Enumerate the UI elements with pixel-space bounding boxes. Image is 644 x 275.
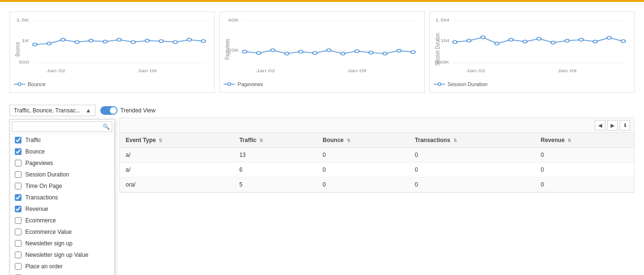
cell-traffic: 6 (234, 163, 317, 177)
svg-point-41 (411, 51, 416, 54)
checkbox-ecommerce[interactable] (15, 217, 21, 224)
toggle-thumb (110, 107, 117, 114)
svg-point-45 (228, 83, 231, 86)
checkbox-revenue[interactable] (15, 206, 21, 212)
col-transactions[interactable]: Transactions ⇅ (409, 133, 535, 148)
toggle-label: Trended View (120, 107, 155, 114)
cell-revenue: 0 (535, 148, 634, 163)
prev-icon: ◀ (598, 122, 602, 129)
metric-selector[interactable]: Traffic, Bounce, Transac... ▲ (10, 105, 96, 116)
dropdown-item-traffic[interactable]: Traffic (10, 134, 114, 146)
checkbox-time-on-page[interactable] (15, 183, 21, 189)
dropdown-item-transactions[interactable]: Transactions (10, 192, 114, 203)
dropdown-search-container: 🔍 (10, 120, 114, 134)
svg-point-17 (173, 41, 177, 44)
col-revenue-label: Revenue (541, 137, 565, 143)
svg-point-14 (131, 41, 135, 44)
svg-text:Session Duration: Session Duration (434, 33, 440, 66)
dropdown-item-newsletter-signup[interactable]: Newsletter sign up (10, 238, 114, 249)
cell-event-type: a/ (120, 148, 234, 163)
dropdown-item-bounce[interactable]: Bounce (10, 146, 114, 157)
dropdown-item-revenue[interactable]: Revenue (10, 203, 114, 215)
checkbox-ecommerce-value[interactable] (15, 229, 21, 235)
dropdown-label-transactions: Transactions (25, 194, 58, 201)
col-bounce[interactable]: Bounce ⇅ (317, 133, 409, 148)
svg-point-12 (103, 40, 107, 43)
checkbox-traffic[interactable] (15, 137, 21, 143)
trended-view-toggle[interactable]: Trended View (100, 106, 155, 115)
svg-point-31 (271, 49, 275, 52)
table-row: a/ 13 0 0 0 (120, 148, 634, 163)
svg-point-64 (607, 36, 612, 39)
col-transactions-label: Transactions (415, 137, 450, 143)
dropdown-label-time-on-page: Time On Page (25, 183, 62, 189)
dropdown-label-traffic: Traffic (25, 137, 41, 143)
dropdown-label-pageviews: Pageviews (25, 160, 53, 166)
sort-traffic-icon: ⇅ (259, 138, 263, 143)
dropdown-item-place-order-value[interactable]: Place an order Value (10, 272, 114, 275)
svg-point-65 (621, 40, 625, 43)
checkbox-pageviews[interactable] (15, 160, 21, 166)
download-icon: ⬇ (623, 122, 627, 129)
svg-point-56 (494, 42, 499, 45)
cell-revenue: 0 (535, 163, 634, 177)
cell-bounce: 0 (317, 177, 409, 192)
dropdown-item-newsletter-signup-value[interactable]: Newsletter sign up Value (10, 249, 114, 261)
svg-point-16 (159, 40, 163, 43)
svg-point-13 (117, 38, 121, 41)
svg-point-18 (187, 38, 192, 41)
dropdown-item-session-duration[interactable]: Session Duration (10, 169, 114, 180)
svg-text:Jan 09: Jan 09 (558, 68, 577, 73)
svg-point-55 (481, 36, 485, 39)
dropdown-item-place-order[interactable]: Place an order (10, 261, 114, 272)
pageviews-legend-label: Pageviews (237, 81, 263, 87)
svg-point-63 (593, 40, 597, 43)
pagination-prev-btn[interactable]: ◀ (595, 120, 605, 131)
dropdown-label-bounce: Bounce (25, 148, 45, 155)
svg-point-7 (33, 43, 37, 46)
dropdown-label-newsletter-signup: Newsletter sign up (25, 240, 73, 247)
dropdown-label-newsletter-signup-value: Newsletter sign up Value (25, 252, 88, 258)
svg-point-8 (47, 42, 51, 45)
dropdown-item-ecommerce[interactable]: Ecommerce (10, 215, 114, 226)
svg-text:1.5K: 1.5K (16, 18, 30, 22)
checkbox-bounce[interactable] (15, 148, 21, 155)
dropdown-label-ecommerce-value: Ecommerce Value (25, 229, 72, 235)
checkbox-transactions[interactable] (15, 194, 21, 201)
cell-transactions: 0 (409, 148, 535, 163)
pagination-next-btn[interactable]: ▶ (607, 120, 618, 131)
svg-point-23 (18, 83, 21, 86)
dropdown-item-time-on-page[interactable]: Time On Page (10, 180, 114, 192)
bounce-legend: Bounce (14, 81, 210, 87)
svg-point-11 (89, 39, 93, 42)
download-btn[interactable]: ⬇ (620, 120, 630, 131)
col-revenue[interactable]: Revenue ⇅ (535, 133, 634, 148)
cell-event-type: ora/ (120, 177, 234, 192)
svg-point-40 (397, 49, 401, 52)
svg-point-9 (61, 38, 65, 41)
svg-point-34 (313, 52, 317, 55)
svg-text:Bounce: Bounce (14, 42, 21, 57)
svg-point-35 (327, 49, 331, 52)
dropdown-item-pageviews[interactable]: Pageviews (10, 157, 114, 169)
col-traffic[interactable]: Traffic ⇅ (234, 133, 317, 148)
sort-bounce-icon: ⇅ (347, 138, 351, 143)
dropdown-search-input[interactable] (12, 121, 112, 132)
controls-row: Traffic, Bounce, Transac... ▲ Trended Vi… (10, 105, 634, 116)
sort-event-type-icon: ⇅ (159, 138, 162, 143)
dropdown-item-ecommerce-value[interactable]: Ecommerce Value (10, 226, 114, 238)
checkbox-newsletter-signup[interactable] (15, 240, 21, 247)
col-event-type[interactable]: Event Type ⇅ (120, 133, 234, 148)
table-controls: ◀ ▶ ⬇ (120, 118, 634, 133)
col-event-type-label: Event Type (126, 137, 156, 143)
svg-text:Pageviews: Pageviews (224, 39, 230, 60)
main-container: 1.5K 1K 500 Bounce (0, 2, 644, 275)
checkbox-newsletter-signup-value[interactable] (15, 252, 21, 258)
toggle-track[interactable] (100, 106, 118, 115)
checkbox-place-order[interactable] (15, 263, 21, 270)
sort-revenue-icon: ⇅ (568, 138, 571, 143)
session-legend: Session Duration (434, 81, 630, 87)
svg-point-60 (551, 41, 555, 44)
cell-traffic: 5 (234, 177, 317, 192)
checkbox-session-duration[interactable] (15, 171, 21, 178)
